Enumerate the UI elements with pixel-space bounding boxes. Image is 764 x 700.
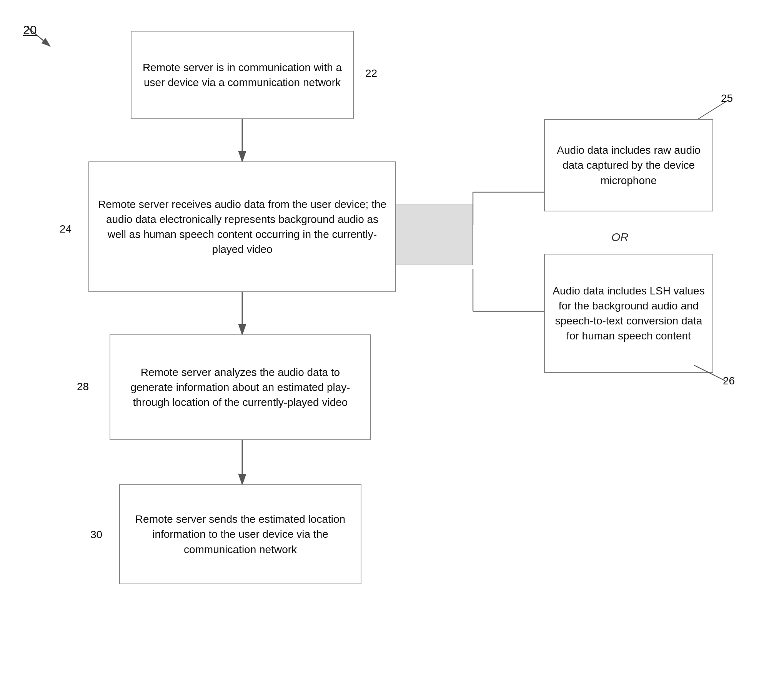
box-25: Audio data includes raw audio data captu… bbox=[544, 119, 713, 211]
diagram-container: 20 Remote server is in communication wit… bbox=[0, 0, 764, 700]
box-22: Remote server is in communication with a… bbox=[131, 31, 354, 119]
label-30: 30 bbox=[90, 529, 102, 541]
label-25: 25 bbox=[721, 92, 733, 105]
box-28: Remote server analyzes the audio data to… bbox=[110, 334, 371, 440]
svg-line-12 bbox=[694, 365, 725, 381]
figure-number: 20 bbox=[23, 23, 37, 37]
box-30: Remote server sends the estimated locati… bbox=[119, 484, 361, 584]
or-label: OR bbox=[611, 231, 629, 244]
label-26: 26 bbox=[723, 375, 735, 387]
figure-label: 20 bbox=[23, 23, 62, 55]
label-24: 24 bbox=[60, 223, 72, 235]
label-28: 28 bbox=[77, 381, 89, 393]
label-22: 22 bbox=[365, 67, 377, 80]
box-26: Audio data includes LSH values for the b… bbox=[544, 254, 713, 373]
box-24: Remote server receives audio data from t… bbox=[88, 161, 396, 292]
